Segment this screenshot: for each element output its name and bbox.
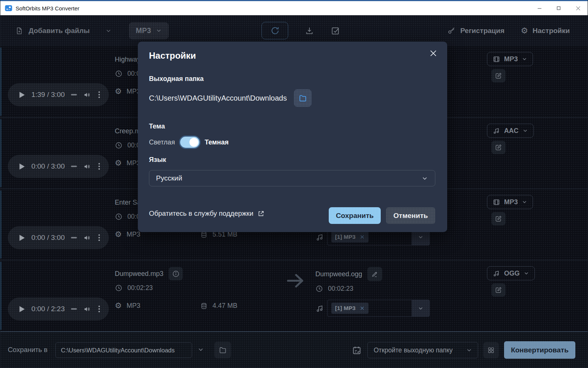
- music-note-icon: [493, 127, 500, 135]
- seek-handle[interactable]: [71, 308, 77, 310]
- after-conversion-dropdown[interactable]: Откройте выходную папку: [367, 342, 478, 358]
- file-row: 0:00 / 2:23 Dumpweed.mp3 00:02:23 ⚙MP3 4…: [0, 260, 588, 331]
- target-format-dropdown[interactable]: MP3: [487, 52, 533, 66]
- audio-player[interactable]: 1:39 / 3:00: [8, 83, 109, 106]
- output-filename: Dumpweed.ogg: [315, 270, 362, 278]
- target-format-label: AAC: [504, 127, 519, 135]
- rename-button[interactable]: [367, 267, 382, 281]
- volume-icon[interactable]: [83, 91, 91, 99]
- edit-settings-button[interactable]: [491, 283, 506, 297]
- close-window-button[interactable]: [568, 1, 588, 15]
- theme-row: Светлая Темная: [149, 137, 228, 148]
- remove-chip-icon[interactable]: [360, 306, 365, 311]
- maximize-icon: [556, 6, 561, 11]
- player-menu-icon[interactable]: [98, 306, 100, 312]
- source-duration: 00:02:23: [127, 284, 153, 292]
- output-duration: 00:02:23: [328, 285, 353, 293]
- audio-player[interactable]: 0:00 / 2:23: [8, 297, 109, 320]
- choose-folder-button[interactable]: [294, 89, 312, 107]
- convert-button[interactable]: Конвертировать: [504, 341, 575, 359]
- settings-button[interactable]: ⚙ Настройки: [521, 27, 570, 35]
- audio-player[interactable]: 0:00 / 3:00: [8, 226, 109, 249]
- cancel-button[interactable]: Отменить: [386, 207, 435, 224]
- remove-chip-icon[interactable]: [360, 234, 365, 240]
- format-chip[interactable]: [1] MP3: [331, 231, 368, 242]
- settings-label: Настройки: [533, 27, 570, 35]
- download-icon[interactable]: [305, 26, 314, 36]
- edit-square-icon: [495, 72, 502, 79]
- gear-icon: ⚙: [115, 302, 122, 310]
- global-format-dropdown[interactable]: MP3: [129, 22, 168, 39]
- add-files-button[interactable]: Добавить файлы: [15, 27, 112, 35]
- target-format-dropdown[interactable]: OGG: [487, 266, 535, 280]
- play-icon[interactable]: [19, 234, 25, 241]
- volume-icon[interactable]: [83, 305, 91, 313]
- path-history-chevron-icon[interactable]: [197, 346, 204, 353]
- minimize-button[interactable]: [530, 1, 549, 15]
- target-format-dropdown[interactable]: AAC: [487, 124, 534, 138]
- audio-player[interactable]: 0:00 / 3:00: [8, 155, 109, 178]
- support-link[interactable]: Обратитесь в службу поддержки: [149, 209, 264, 218]
- dialog-close-button[interactable]: [429, 49, 438, 58]
- output-path-input[interactable]: [55, 342, 192, 358]
- format-chip[interactable]: [1] MP3: [331, 303, 368, 314]
- format-dropdown-toggle[interactable]: [412, 300, 429, 316]
- chevron-down-icon: [156, 27, 162, 34]
- target-format-dropdown[interactable]: MP3: [487, 195, 533, 209]
- registration-button[interactable]: Регистрация: [447, 26, 504, 35]
- chevron-down-icon: [522, 128, 528, 134]
- source-filename: Dumpweed.mp3: [115, 270, 163, 278]
- view-mode-button[interactable]: [483, 342, 499, 358]
- gear-icon: ⚙: [115, 231, 122, 238]
- play-icon[interactable]: [19, 91, 25, 98]
- edit-square-icon: [495, 144, 502, 151]
- target-format-label: MP3: [504, 55, 518, 63]
- select-all-icon[interactable]: [331, 26, 340, 36]
- global-format-label: MP3: [136, 26, 151, 35]
- volume-icon[interactable]: [83, 163, 91, 170]
- arrow-right-icon: [285, 270, 306, 292]
- player-time: 0:00 / 3:00: [31, 162, 65, 170]
- dialog-title: Настройки: [149, 51, 196, 61]
- database-icon: [200, 302, 208, 310]
- window-title: SoftOrbits MP3 Converter: [16, 5, 79, 12]
- chevron-down-icon: [522, 199, 527, 205]
- player-menu-icon[interactable]: [98, 234, 100, 241]
- player-menu-icon[interactable]: [98, 91, 100, 98]
- volume-icon[interactable]: [83, 234, 91, 242]
- music-note-icon: [315, 233, 324, 242]
- theme-toggle[interactable]: [180, 137, 199, 148]
- refresh-button[interactable]: [261, 22, 288, 39]
- add-files-chevron-icon[interactable]: [105, 27, 112, 34]
- seek-handle[interactable]: [71, 94, 77, 95]
- music-note-icon: [493, 270, 500, 277]
- player-time: 1:39 / 3:00: [31, 91, 65, 99]
- save-button[interactable]: Сохранить: [329, 207, 381, 224]
- window-controls: [530, 1, 588, 15]
- maximize-button[interactable]: [549, 1, 568, 15]
- edit-settings-button[interactable]: [491, 69, 506, 82]
- browse-folder-button[interactable]: [214, 342, 231, 358]
- edit-settings-button[interactable]: [491, 212, 506, 225]
- film-icon: [493, 198, 500, 206]
- chevron-down-icon: [418, 305, 424, 312]
- info-button[interactable]: [169, 267, 183, 280]
- app-content: Добавить файлы MP3 Регистрация: [0, 15, 588, 368]
- seek-handle[interactable]: [71, 237, 77, 238]
- source-size: 4.47 MB: [212, 302, 237, 310]
- language-select[interactable]: Русский: [149, 170, 435, 186]
- source-format: MP3: [127, 302, 140, 310]
- player-menu-icon[interactable]: [98, 163, 100, 170]
- seek-handle[interactable]: [71, 166, 77, 167]
- language-label: Язык: [149, 156, 166, 164]
- play-icon[interactable]: [19, 306, 25, 313]
- after-conversion-value: Откройте выходную папку: [374, 346, 453, 354]
- settings-dialog: Настройки Выходная папка C:\Users\WDAGUt…: [138, 42, 447, 232]
- theme-dark-label[interactable]: Темная: [205, 139, 229, 146]
- play-icon[interactable]: [19, 163, 25, 170]
- theme-light-label[interactable]: Светлая: [149, 139, 175, 146]
- clock-icon: [315, 285, 323, 293]
- external-link-icon: [257, 210, 264, 217]
- output-format-multiselect[interactable]: [1] MP3: [327, 300, 430, 317]
- edit-settings-button[interactable]: [491, 141, 506, 154]
